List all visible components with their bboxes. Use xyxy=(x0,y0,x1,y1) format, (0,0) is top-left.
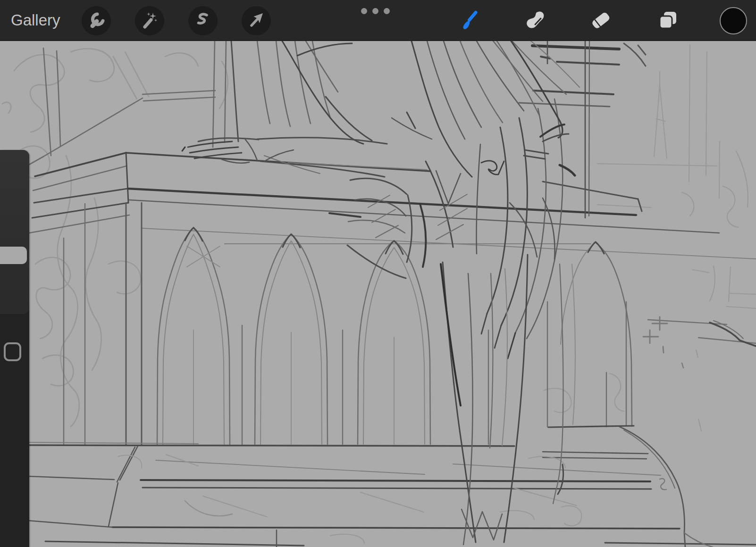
selection-button[interactable] xyxy=(188,6,218,35)
color-swatch-button[interactable] xyxy=(720,7,747,34)
canvas[interactable] xyxy=(0,41,756,547)
smudge-tool-button[interactable] xyxy=(525,10,546,31)
paintbrush-icon xyxy=(459,10,479,32)
ellipsis-icon xyxy=(384,8,390,14)
sidebar xyxy=(0,150,29,547)
figure-hair xyxy=(412,41,580,358)
magic-wand-icon xyxy=(139,10,160,32)
figure-arm-hand xyxy=(182,41,387,177)
brush-size-handle[interactable] xyxy=(0,247,27,264)
right-ledge xyxy=(643,317,756,368)
gallery-button[interactable]: Gallery xyxy=(11,0,60,41)
opacity-slider[interactable] xyxy=(0,314,29,547)
brush-size-slider[interactable] xyxy=(0,150,29,314)
transform-arrow-icon xyxy=(246,10,267,32)
paint-tool-button[interactable] xyxy=(459,10,479,31)
wrench-icon xyxy=(86,10,107,32)
figure-drapery xyxy=(187,198,575,545)
ellipsis-icon xyxy=(372,8,378,14)
gallery-label: Gallery xyxy=(11,11,60,29)
adjustments-button[interactable] xyxy=(135,6,164,35)
figure-garment-folds xyxy=(198,41,330,141)
toolbar: Gallery xyxy=(0,0,756,41)
foliage-scribbles xyxy=(2,49,228,427)
ellipsis-icon xyxy=(361,8,367,14)
background-buildings xyxy=(544,45,756,526)
smudge-finger-icon xyxy=(525,10,546,32)
canvas-options-button[interactable] xyxy=(358,3,393,19)
eraser-tool-button[interactable] xyxy=(590,10,611,31)
layers-icon xyxy=(658,10,679,32)
actions-button[interactable] xyxy=(82,6,111,35)
eraser-icon xyxy=(590,10,611,32)
transform-button[interactable] xyxy=(242,6,271,35)
selection-s-icon xyxy=(193,10,213,32)
gothic-arches xyxy=(157,227,632,444)
canvas-sketch xyxy=(0,41,756,547)
layers-button[interactable] xyxy=(658,10,679,31)
